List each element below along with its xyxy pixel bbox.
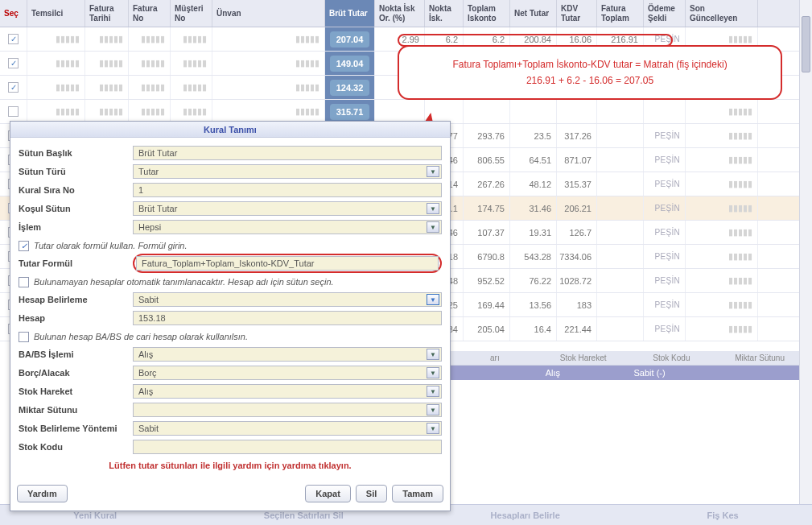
field-tutar-formul[interactable]: Fatura_Toplam+Toplam_Iskonto-KDV_Tutar (136, 256, 439, 271)
lbl-kural-sira: Kural Sıra No (19, 185, 133, 195)
lbl-chk-formul: Tutar olarak formül kullan. Formül girin… (34, 241, 188, 250)
chevron-down-icon[interactable]: ▼ (427, 221, 439, 233)
select-miktar-sutunu[interactable]: ▼ (133, 403, 442, 417)
rule-dialog: Kural Tanımı Sütun BaşlıkBrüt Tutar Sütu… (10, 121, 451, 511)
select-babs-islemi[interactable]: Alış▼ (133, 347, 442, 362)
lbl-miktar-sutunu: Miktar Sütunu (19, 405, 133, 415)
btn-hesaplari-belirle[interactable]: Hesapları Belirle (491, 511, 560, 520)
sub-hdr-1[interactable]: Stok Hareket (539, 351, 628, 365)
hdr-temsilci[interactable]: Temsilci (27, 0, 85, 27)
hdr-son-guncelleyen[interactable]: Son Güncelleyen (686, 0, 758, 27)
chevron-down-icon[interactable]: ▼ (427, 423, 439, 434)
delete-button[interactable]: Sil (356, 485, 387, 502)
row-checkbox[interactable] (8, 82, 19, 93)
annotation-callout: Fatura Toplamı+Toplam İskonto-KDV tutar … (398, 45, 782, 100)
sub-hdr-2[interactable]: Stok Kodu (628, 351, 716, 365)
lbl-sutun-baslik: Sütun Başlık (19, 148, 133, 158)
brut-chip: 207.04 (330, 31, 369, 48)
lbl-sutun-turu: Sütun Türü (19, 167, 133, 176)
select-islem[interactable]: Hepsi▼ (133, 220, 442, 234)
field-hesap[interactable]: 153.18 (133, 311, 442, 325)
lbl-stok-hareket: Stok Hareket (19, 387, 133, 396)
sub-hdr-3[interactable]: Miktar Sütunu (715, 351, 804, 365)
lbl-tutar-formul: Tutar Formül (19, 258, 133, 268)
select-sutun-turu[interactable]: Tutar▼ (133, 164, 442, 179)
lbl-stok-kodu: Stok Kodu (19, 442, 133, 452)
sub-cell-2: Sabit (-) (628, 366, 716, 380)
hdr-kdv-tutar[interactable]: KDV Tutar (557, 0, 597, 27)
sub-cell-3 (715, 366, 804, 380)
select-stok-belirleme[interactable]: Sabit▼ (133, 421, 442, 436)
ok-button[interactable]: Tamam (392, 485, 443, 502)
lbl-chk-babs-cari: Bulunan hesap BA/BS de cari hesap olarak… (34, 332, 248, 341)
sub-cell-1: Alış (539, 366, 628, 380)
brut-chip: 124.32 (330, 80, 369, 96)
chevron-down-icon[interactable]: ▼ (427, 294, 439, 305)
chevron-down-icon[interactable]: ▼ (427, 367, 439, 378)
row-checkbox[interactable] (8, 58, 19, 68)
select-kosul-sutun[interactable]: Brüt Tutar▼ (133, 201, 442, 216)
hdr-fatura-no[interactable]: Fatura No (129, 0, 171, 27)
hdr-unvan[interactable]: Ünvan (212, 0, 325, 27)
sub-grid-row[interactable]: Alış Sabit (-) (451, 366, 804, 380)
callout-line1: Fatura Toplamı+Toplam İskonto-KDV tutar … (452, 59, 727, 70)
chevron-down-icon[interactable]: ▼ (427, 166, 439, 177)
select-stok-hareket[interactable]: Alış▼ (133, 384, 442, 399)
hdr-brut-tutar[interactable]: Brüt Tutar (325, 0, 375, 27)
hdr-nokta-isk[interactable]: Nokta İsk. (425, 0, 464, 27)
hdr-fatura-tarihi[interactable]: Fatura Tarihi (85, 0, 129, 27)
lbl-chk-bulunamayan: Bulunamayan hesaplar otomatik tanımlanac… (34, 277, 334, 287)
grid-header: Seç Temsilci Fatura Tarihi Fatura No Müş… (0, 0, 812, 27)
lbl-hesap-belirleme: Hesap Belirleme (19, 295, 133, 304)
btn-secilen-sil[interactable]: Seçilen Satırları Sil (264, 511, 344, 520)
field-kural-sira[interactable]: 1 (133, 183, 442, 197)
field-sutun-baslik[interactable]: Brüt Tutar (133, 146, 442, 160)
scroll-thumb[interactable] (802, 16, 810, 72)
select-hesap-belirleme[interactable]: Sabit▼ (133, 292, 442, 307)
btn-fis-kes[interactable]: Fiş Kes (707, 511, 738, 520)
brut-chip: 315.71 (330, 104, 369, 120)
lbl-stok-belirleme: Stok Belirleme Yöntemi (19, 424, 133, 433)
row-checkbox[interactable] (8, 106, 19, 117)
sub-hdr-0[interactable]: arı (451, 351, 539, 365)
lbl-islem: İşlem (19, 222, 133, 232)
chevron-down-icon[interactable]: ▼ (427, 404, 439, 415)
hdr-fatura-toplam[interactable]: Fatura Toplam (597, 0, 644, 27)
sub-cell-0 (451, 366, 539, 380)
row-checkbox[interactable] (8, 34, 19, 44)
help-button[interactable]: Yardım (17, 485, 68, 502)
hdr-toplam-iskonto[interactable]: Toplam Iskonto (464, 0, 510, 27)
hdr-odeme-sekli[interactable]: Ödeme Şekli (644, 0, 686, 27)
hdr-sec[interactable]: Seç (0, 0, 27, 27)
chk-bulunamayan[interactable] (19, 277, 29, 287)
chevron-down-icon[interactable]: ▼ (427, 203, 439, 214)
close-button[interactable]: Kapat (305, 485, 351, 502)
dialog-hint: Lütfen tutar sütunları ile ilgili yardım… (19, 461, 442, 470)
callout-line2: 216.91 + 6.2 - 16.06 = 207.05 (526, 75, 653, 86)
chevron-down-icon[interactable]: ▼ (427, 349, 439, 360)
hdr-musteri-no[interactable]: Müşteri No (171, 0, 212, 27)
hdr-nokta-isk-or[interactable]: Nokta İsk Or. (%) (375, 0, 425, 27)
lbl-borc-alacak: Borç/Alacak (19, 368, 133, 378)
sub-grid-header: arı Stok Hareket Stok Kodu Miktar Sütunu (451, 351, 804, 366)
chevron-down-icon[interactable]: ▼ (427, 386, 439, 397)
field-stok-kodu[interactable] (133, 440, 442, 454)
annotation-formula-oval: Fatura_Toplam+Toplam_Iskonto-KDV_Tutar (133, 254, 442, 273)
vertical-scrollbar[interactable] (799, 0, 812, 504)
brut-chip: 149.04 (330, 56, 369, 72)
chk-babs-cari[interactable] (19, 332, 29, 342)
lbl-kosul-sutun: Koşul Sütun (19, 204, 133, 213)
dialog-title: Kural Tanımı (10, 122, 450, 138)
select-borc-alacak[interactable]: Borç▼ (133, 366, 442, 380)
lbl-babs-islemi: BA/BS İşlemi (19, 349, 133, 359)
lbl-hesap: Hesap (19, 313, 133, 323)
chk-formul[interactable] (19, 241, 29, 251)
hdr-net-tutar[interactable]: Net Tutar (510, 0, 557, 27)
btn-yeni-kural[interactable]: Yeni Kural (73, 511, 117, 520)
